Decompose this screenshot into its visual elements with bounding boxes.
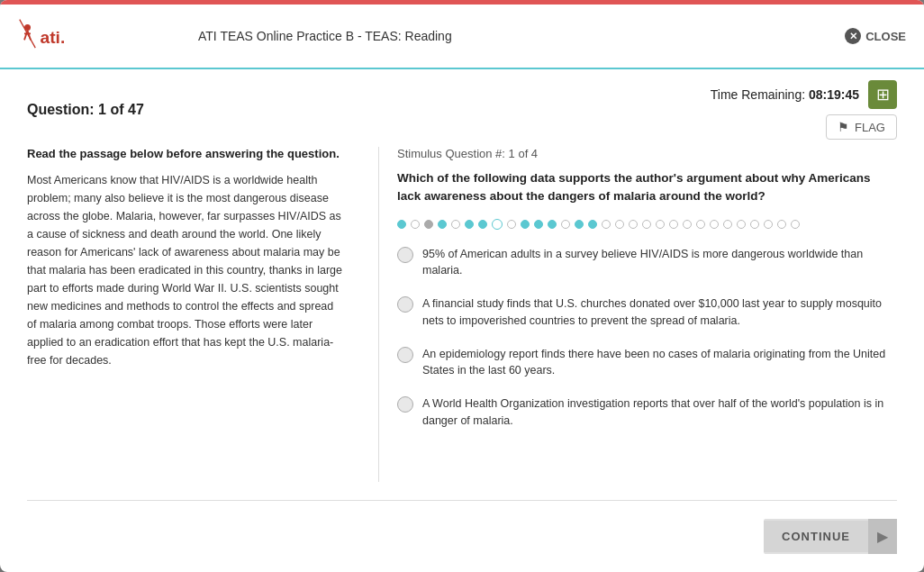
- timer-value: 08:19:45: [809, 87, 859, 102]
- continue-button[interactable]: CONTINUE ▶: [764, 519, 897, 554]
- logo-area: ati.: [18, 14, 198, 59]
- close-button[interactable]: ✕ CLOSE: [845, 28, 906, 44]
- ati-logo: ati.: [18, 14, 81, 59]
- progress-dot-2[interactable]: [424, 220, 433, 229]
- progress-dot-5[interactable]: [465, 220, 474, 229]
- radio-d[interactable]: [397, 396, 413, 413]
- answer-text-a: 95% of American adults in a survey belie…: [422, 246, 897, 280]
- answer-option-c[interactable]: An epidemiology report finds there have …: [397, 346, 897, 380]
- answer-text-b: A financial study finds that U.S. church…: [422, 295, 897, 330]
- progress-dot-18[interactable]: [642, 220, 651, 229]
- header-title: ATI TEAS Online Practice B - TEAS: Readi…: [198, 29, 845, 43]
- progress-dot-24[interactable]: [723, 220, 732, 229]
- progress-dot-0[interactable]: [397, 220, 406, 229]
- timer-label: Time Remaining: 08:19:45: [711, 87, 859, 102]
- progress-dot-29[interactable]: [791, 220, 800, 229]
- progress-dot-4[interactable]: [451, 220, 460, 229]
- progress-dot-21[interactable]: [683, 220, 692, 229]
- progress-dot-26[interactable]: [750, 220, 759, 229]
- progress-dot-11[interactable]: [548, 220, 557, 229]
- bottom-bar: CONTINUE ▶: [0, 510, 924, 572]
- progress-dot-14[interactable]: [588, 220, 597, 229]
- right-panel: Stimulus Question #: 1 of 4 Which of the…: [378, 147, 897, 482]
- progress-dot-23[interactable]: [710, 220, 719, 229]
- answer-choices: 95% of American adults in a survey belie…: [397, 246, 897, 430]
- answer-option-a[interactable]: 95% of American adults in a survey belie…: [397, 246, 897, 280]
- main-window: ati. ATI TEAS Online Practice B - TEAS: …: [0, 0, 924, 572]
- left-panel: Read the passage below before answering …: [27, 147, 360, 482]
- answer-option-b[interactable]: A financial study finds that U.S. church…: [397, 295, 897, 330]
- timer-area: Time Remaining: 08:19:45 ⊞: [711, 80, 897, 109]
- subheader: Question: 1 of 47 Time Remaining: 08:19:…: [0, 69, 924, 147]
- progress-dot-19[interactable]: [656, 220, 665, 229]
- answer-option-d[interactable]: A World Health Organization investigatio…: [397, 395, 897, 430]
- progress-dot-20[interactable]: [669, 220, 678, 229]
- passage-text: Most Americans know that HIV/AIDS is a w…: [27, 171, 342, 369]
- progress-dot-3[interactable]: [438, 220, 447, 229]
- progress-dot-28[interactable]: [777, 220, 786, 229]
- progress-dot-8[interactable]: [507, 220, 516, 229]
- progress-dot-27[interactable]: [764, 220, 773, 229]
- radio-b[interactable]: [397, 296, 413, 313]
- progress-dot-12[interactable]: [561, 220, 570, 229]
- subheader-right: Time Remaining: 08:19:45 ⊞ ⚑ FLAG: [711, 80, 897, 140]
- continue-arrow-icon: ▶: [868, 519, 897, 554]
- stimulus-header: Stimulus Question #: 1 of 4: [397, 147, 897, 160]
- continue-label: CONTINUE: [764, 521, 868, 552]
- progress-dot-16[interactable]: [615, 220, 624, 229]
- svg-line-5: [20, 20, 36, 49]
- flag-button[interactable]: ⚑ FLAG: [826, 114, 897, 140]
- progress-dot-17[interactable]: [629, 220, 638, 229]
- progress-dot-13[interactable]: [575, 220, 584, 229]
- progress-dot-10[interactable]: [534, 220, 543, 229]
- progress-dot-7[interactable]: [492, 219, 503, 230]
- flag-label: FLAG: [855, 121, 885, 134]
- answer-text-c: An epidemiology report finds there have …: [422, 346, 897, 380]
- main-content: Read the passage below before answering …: [0, 147, 924, 500]
- svg-text:ati.: ati.: [41, 28, 66, 47]
- progress-dot-6[interactable]: [478, 220, 487, 229]
- progress-dot-1[interactable]: [411, 220, 420, 229]
- close-circle-icon: ✕: [845, 28, 861, 44]
- answer-text-d: A World Health Organization investigatio…: [422, 395, 897, 430]
- calculator-icon[interactable]: ⊞: [868, 80, 897, 109]
- separator: [27, 500, 897, 501]
- radio-a[interactable]: [397, 247, 413, 263]
- question-counter: Question: 1 of 47: [27, 102, 144, 118]
- close-label: CLOSE: [865, 30, 906, 43]
- flag-icon: ⚑: [838, 120, 849, 134]
- progress-dot-22[interactable]: [696, 220, 705, 229]
- progress-dots: [397, 219, 897, 230]
- progress-dot-15[interactable]: [602, 220, 611, 229]
- question-text: Which of the following data supports the…: [397, 169, 897, 206]
- progress-dot-9[interactable]: [521, 220, 530, 229]
- passage-instruction: Read the passage below before answering …: [27, 147, 342, 160]
- header: ati. ATI TEAS Online Practice B - TEAS: …: [0, 5, 924, 69]
- progress-dot-25[interactable]: [737, 220, 746, 229]
- radio-c[interactable]: [397, 347, 413, 363]
